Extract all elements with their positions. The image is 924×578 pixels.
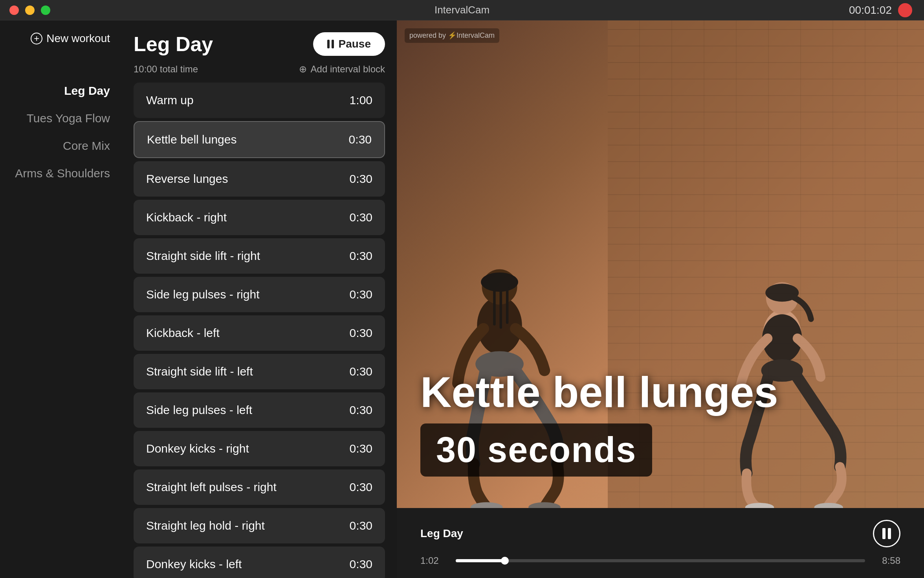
- sidebar-item-arms-shoulders[interactable]: Arms & Shoulders: [15, 167, 110, 180]
- interval-duration: 0:30: [350, 403, 372, 417]
- exercise-overlay: Kettle bell lunges 30 seconds: [420, 368, 900, 477]
- interval-duration: 1:00: [350, 94, 372, 107]
- pause-bar-ctrl-1: [882, 528, 886, 539]
- workout-meta: 10:00 total time ⊕ Add interval block: [134, 64, 385, 75]
- exercise-name-overlay: Kettle bell lunges: [420, 368, 900, 416]
- interval-item-donkey-kicks-right[interactable]: Donkey kicks - right 0:30: [134, 431, 385, 466]
- interval-name: Straight side lift - right: [146, 249, 260, 263]
- pause-symbol-icon: [882, 528, 891, 539]
- sidebar-item-core-mix[interactable]: Core Mix: [63, 139, 110, 153]
- main-layout: + New workout Leg Day Tues Yoga Flow Cor…: [0, 20, 924, 578]
- timer-area: 00:01:02: [849, 3, 912, 17]
- progress-bar[interactable]: [456, 559, 865, 562]
- interval-name: Side leg pulses - right: [146, 288, 260, 301]
- interval-duration: 0:30: [350, 442, 372, 455]
- interval-item-kickback-right[interactable]: Kickback - right 0:30: [134, 200, 385, 235]
- progress-row: 1:02 8:58: [420, 555, 900, 566]
- interval-item-reverse-lunges[interactable]: Reverse lunges 0:30: [134, 161, 385, 197]
- plus-icon: ⊕: [299, 64, 307, 75]
- interval-name: Donkey kicks - right: [146, 442, 249, 455]
- titlebar: IntervalCam 00:01:02: [0, 0, 924, 20]
- interval-name: Side leg pulses - left: [146, 403, 252, 417]
- window-buttons: [9, 6, 50, 15]
- interval-duration: 0:30: [350, 558, 372, 571]
- interval-name: Straight left pulses - right: [146, 480, 277, 494]
- interval-item-straight-side-lift-left[interactable]: Straight side lift - left 0:30: [134, 354, 385, 389]
- pause-icon: [327, 40, 334, 48]
- interval-item-side-leg-pulses-left[interactable]: Side leg pulses - left 0:30: [134, 392, 385, 428]
- interval-item-straight-side-lift-right[interactable]: Straight side lift - right 0:30: [134, 238, 385, 274]
- interval-item-kettle-bell[interactable]: Kettle bell lunges 0:30: [134, 121, 385, 158]
- pause-label: Pause: [339, 38, 371, 50]
- interval-duration: 0:30: [350, 288, 372, 301]
- workout-header: Leg Day Pause: [134, 32, 385, 56]
- app-title: IntervalCam: [434, 4, 490, 16]
- interval-name: Kickback - right: [146, 211, 227, 224]
- interval-duration: 0:30: [349, 133, 372, 146]
- interval-name: Reverse lunges: [146, 172, 228, 186]
- interval-duration: 0:30: [350, 365, 372, 378]
- interval-list: Warm up 1:00 Kettle bell lunges 0:30 Rev…: [134, 83, 385, 578]
- play-pause-button[interactable]: [873, 520, 900, 547]
- right-panel: powered by ⚡IntervalCam Kettle bell lung…: [397, 20, 924, 578]
- sidebar-item-tues-yoga[interactable]: Tues Yoga Flow: [27, 112, 110, 125]
- progress-fill: [456, 559, 505, 562]
- interval-item-side-leg-pulses-right[interactable]: Side leg pulses - right 0:30: [134, 277, 385, 312]
- plus-circle-icon: +: [31, 33, 42, 44]
- interval-duration: 0:30: [350, 211, 372, 224]
- media-controls: Leg Day 1:02 8:58: [397, 508, 924, 578]
- interval-duration: 0:30: [350, 326, 372, 340]
- pause-bar-2: [332, 40, 334, 48]
- interval-name: Donkey kicks - left: [146, 558, 242, 571]
- interval-duration: 0:30: [350, 519, 372, 532]
- powered-by-text: powered by ⚡IntervalCam: [409, 31, 495, 40]
- interval-name: Warm up: [146, 94, 194, 107]
- add-interval-label: Add interval block: [311, 64, 385, 75]
- exercise-timer-badge: 30 seconds: [420, 423, 652, 477]
- new-workout-label: New workout: [46, 32, 110, 45]
- interval-name: Kickback - left: [146, 326, 220, 340]
- controls-row: Leg Day: [420, 520, 900, 547]
- total-time: 10:00 total time: [134, 64, 198, 75]
- minimize-button[interactable]: [25, 6, 35, 15]
- sidebar-item-leg-day[interactable]: Leg Day: [64, 84, 110, 98]
- interval-item-donkey-kicks-left[interactable]: Donkey kicks - left 0:30: [134, 547, 385, 578]
- pause-bar-1: [327, 40, 330, 48]
- sidebar: + New workout Leg Day Tues Yoga Flow Cor…: [0, 20, 122, 578]
- interval-duration: 0:30: [350, 249, 372, 263]
- close-button[interactable]: [9, 6, 19, 15]
- interval-item-straight-leg-hold-right[interactable]: Straight leg hold - right 0:30: [134, 508, 385, 543]
- pause-button[interactable]: Pause: [313, 32, 385, 56]
- interval-item-warm-up[interactable]: Warm up 1:00: [134, 83, 385, 118]
- pause-bar-ctrl-2: [888, 528, 891, 539]
- video-area: powered by ⚡IntervalCam Kettle bell lung…: [397, 20, 924, 508]
- interval-name: Straight leg hold - right: [146, 519, 265, 532]
- global-timer: 00:01:02: [849, 4, 892, 17]
- add-interval-button[interactable]: ⊕ Add interval block: [299, 64, 385, 75]
- nav-items: Leg Day Tues Yoga Flow Core Mix Arms & S…: [0, 84, 110, 180]
- progress-thumb: [501, 557, 509, 565]
- record-button[interactable]: [898, 3, 912, 17]
- interval-duration: 0:30: [350, 172, 372, 186]
- time-remaining: 8:58: [873, 555, 900, 566]
- interval-name: Straight side lift - left: [146, 365, 253, 378]
- interval-item-straight-left-pulses-right[interactable]: Straight left pulses - right 0:30: [134, 469, 385, 505]
- interval-item-kickback-left[interactable]: Kickback - left 0:30: [134, 315, 385, 351]
- workout-title: Leg Day: [134, 32, 213, 56]
- powered-by-badge: powered by ⚡IntervalCam: [405, 28, 499, 43]
- controls-workout-label: Leg Day: [420, 527, 857, 540]
- interval-name: Kettle bell lunges: [147, 133, 237, 146]
- maximize-button[interactable]: [41, 6, 50, 15]
- interval-duration: 0:30: [350, 480, 372, 494]
- new-workout-button[interactable]: + New workout: [31, 32, 110, 45]
- workout-panel: Leg Day Pause 10:00 total time ⊕ Add int…: [122, 20, 397, 578]
- time-elapsed: 1:02: [420, 555, 448, 566]
